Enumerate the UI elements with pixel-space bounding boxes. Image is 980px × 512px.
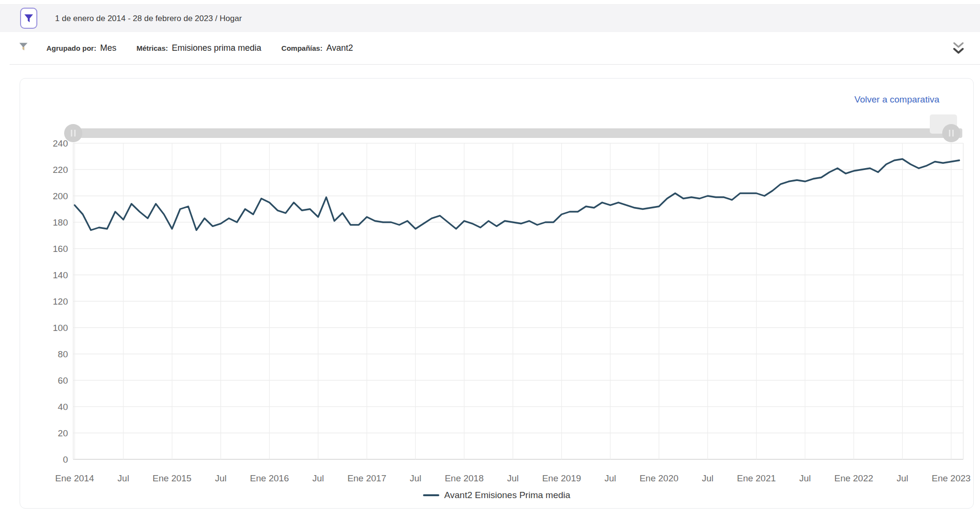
svg-text:40: 40 bbox=[58, 402, 68, 412]
expand-double-chevron-icon[interactable] bbox=[952, 40, 965, 57]
legend-label: Avant2 Emisiones Prima media bbox=[444, 490, 570, 501]
grouped-by-label: Agrupado por: bbox=[46, 44, 96, 52]
svg-text:Ene 2023: Ene 2023 bbox=[932, 473, 970, 483]
svg-text:Jul: Jul bbox=[799, 473, 811, 483]
svg-text:Jul: Jul bbox=[604, 473, 616, 483]
svg-text:Ene 2020: Ene 2020 bbox=[639, 473, 678, 483]
svg-text:220: 220 bbox=[53, 165, 68, 175]
range-slider[interactable] bbox=[73, 128, 962, 138]
criteria-companies: Compañías: Avant2 bbox=[281, 43, 353, 53]
svg-text:Jul: Jul bbox=[702, 473, 713, 483]
criteria-bar: Agrupado por: Mes Métricas: Emisiones pr… bbox=[0, 32, 980, 64]
svg-text:Ene 2014: Ene 2014 bbox=[55, 473, 94, 483]
svg-text:Jul: Jul bbox=[507, 473, 519, 483]
svg-text:Jul: Jul bbox=[118, 473, 129, 483]
svg-text:Jul: Jul bbox=[215, 473, 226, 483]
svg-text:140: 140 bbox=[53, 270, 68, 280]
svg-text:Ene 2021: Ene 2021 bbox=[737, 473, 776, 483]
criteria-metrics: Métricas: Emisiones prima media bbox=[136, 43, 261, 53]
divider bbox=[10, 64, 980, 65]
svg-text:Ene 2016: Ene 2016 bbox=[250, 473, 289, 483]
svg-text:Ene 2017: Ene 2017 bbox=[347, 473, 386, 483]
svg-text:Ene 2019: Ene 2019 bbox=[542, 473, 581, 483]
filter-button[interactable] bbox=[20, 8, 37, 29]
criteria-list: Agrupado por: Mes Métricas: Emisiones pr… bbox=[46, 32, 353, 64]
svg-text:Jul: Jul bbox=[410, 473, 421, 483]
svg-text:180: 180 bbox=[53, 217, 68, 228]
range-slider-track[interactable] bbox=[73, 128, 962, 138]
svg-text:120: 120 bbox=[53, 296, 68, 307]
legend-line-swatch bbox=[423, 494, 439, 496]
metrics-value: Emisiones prima media bbox=[172, 43, 261, 53]
page: 1 de enero de 2014 - 28 de febrero de 20… bbox=[0, 0, 980, 512]
svg-text:Ene 2022: Ene 2022 bbox=[834, 473, 873, 483]
criteria-grouped-by: Agrupado por: Mes bbox=[46, 43, 116, 53]
legend-item[interactable]: Avant2 Emisiones Prima media bbox=[20, 490, 973, 501]
funnel-small-icon bbox=[19, 43, 28, 51]
back-to-comparison-link[interactable]: Volver a comparativa bbox=[855, 94, 939, 105]
companies-label: Compañías: bbox=[281, 44, 323, 52]
svg-text:Jul: Jul bbox=[312, 473, 324, 483]
svg-text:Ene 2018: Ene 2018 bbox=[445, 473, 483, 483]
range-slider-left-handle[interactable] bbox=[64, 124, 82, 142]
svg-text:100: 100 bbox=[53, 323, 68, 333]
svg-text:80: 80 bbox=[58, 349, 68, 359]
svg-text:0: 0 bbox=[63, 455, 68, 465]
date-range-label: 1 de enero de 2014 - 28 de febrero de 20… bbox=[55, 5, 242, 32]
svg-text:240: 240 bbox=[53, 138, 68, 148]
companies-value: Avant2 bbox=[326, 43, 353, 53]
svg-text:20: 20 bbox=[58, 428, 68, 438]
line-chart: 020406080100120140160180200220240Ene 201… bbox=[20, 79, 974, 509]
metrics-label: Métricas: bbox=[136, 44, 168, 52]
svg-text:200: 200 bbox=[53, 191, 68, 201]
svg-text:60: 60 bbox=[58, 375, 68, 386]
grouped-by-value: Mes bbox=[100, 43, 116, 53]
funnel-icon bbox=[24, 14, 33, 23]
svg-text:160: 160 bbox=[53, 244, 68, 254]
chart-card: Volver a comparativa 0204060801001201401… bbox=[20, 78, 974, 509]
filter-bar: 1 de enero de 2014 - 28 de febrero de 20… bbox=[0, 4, 980, 33]
range-slider-right-handle[interactable] bbox=[942, 124, 960, 142]
svg-text:Ene 2015: Ene 2015 bbox=[153, 473, 191, 483]
svg-text:Jul: Jul bbox=[897, 473, 908, 483]
